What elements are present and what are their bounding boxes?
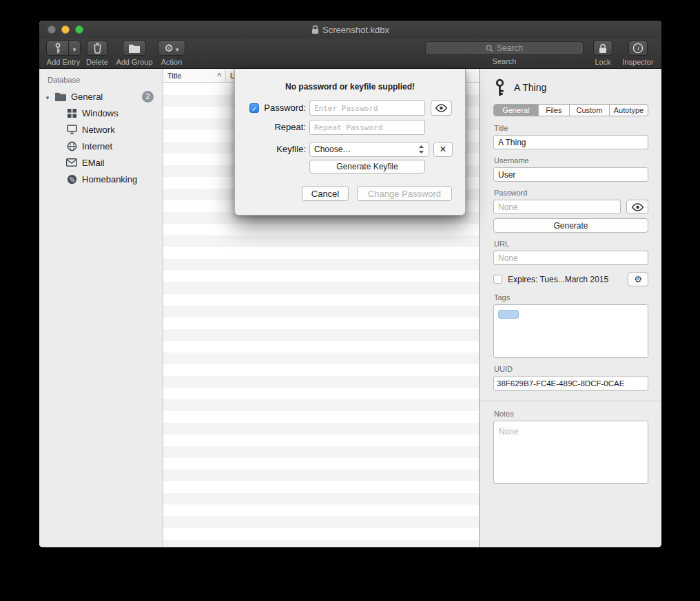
add-group-button[interactable] [123,41,146,56]
add-group-group: Add Group [114,41,155,66]
clear-keyfile-button[interactable] [433,142,453,157]
sidebar-item-label: Windows [82,108,119,118]
document-lock-icon [311,25,319,34]
username-field-label: Username [494,156,648,165]
close-button[interactable] [48,25,56,34]
sidebar-item-general[interactable]: General 2 [39,88,163,105]
notes-field[interactable]: None [493,421,648,484]
title-field[interactable] [493,135,648,149]
url-field[interactable] [493,251,648,265]
notes-placeholder: None [499,427,519,436]
sidebar: Database General 2 Windows Network [39,69,163,547]
inspector-group: i Inspector [617,41,659,66]
sidebar-item-label: Network [82,125,115,135]
entry-count-badge: 2 [142,91,154,103]
checkmark-icon [251,102,257,114]
search-label: Search [493,57,517,65]
action-label: Action [161,58,183,66]
sidebar-item-network[interactable]: Network [39,121,163,138]
lock-label: Lock [595,58,610,66]
gear-icon [165,42,174,54]
add-entry-group: Add Entry [43,41,83,66]
titlebar: Screenshot.kdbx [39,21,661,39]
column-header-title[interactable]: Title [163,69,226,82]
password-field[interactable] [493,200,621,214]
app-window: Screenshot.kdbx Add Entry Delete [39,21,661,547]
keyfile-popup-value: Choose… [314,145,351,154]
zoom-button[interactable] [75,25,83,34]
chevron-down-icon [73,42,76,54]
divider [480,401,661,401]
search-input[interactable]: Search [425,41,584,55]
key-icon [47,41,68,55]
window-title: Screenshot.kdbx [322,25,389,35]
svg-text:i: i [637,45,640,52]
close-x-icon [440,144,446,155]
entry-title: A Thing [514,82,546,93]
password-input[interactable] [309,101,425,116]
svg-text:%: % [69,176,74,182]
info-icon: i [632,43,644,54]
chevron-down-icon [176,42,179,54]
sidebar-section-header: Database [39,74,163,88]
search-group: Search Search [424,41,585,65]
repeat-label: Repeat: [260,120,306,135]
disclosure-triangle-icon[interactable] [45,92,54,102]
uuid-field[interactable] [493,376,648,391]
expires-settings-button[interactable] [628,272,648,286]
inspector-button[interactable]: i [628,41,648,56]
sidebar-item-internet[interactable]: Internet [39,138,163,154]
change-password-button[interactable]: Change Password [357,186,452,201]
notes-label: Notes [494,410,648,418]
folder-icon [54,91,67,103]
tag-chip[interactable] [498,310,519,319]
tab-custom[interactable]: Custom [569,105,609,116]
padlock-icon [599,43,607,54]
generate-password-button[interactable]: Generate [493,218,648,233]
sidebar-item-email[interactable]: EMail [39,154,163,171]
email-icon [65,157,78,169]
add-entry-button[interactable] [46,41,81,56]
reveal-password-button[interactable] [626,200,648,214]
network-icon [65,124,78,136]
repeat-password-input[interactable] [309,120,425,135]
password-row [493,200,648,214]
minimize-button[interactable] [61,25,70,34]
lock-button[interactable] [593,41,612,56]
add-entry-dropdown[interactable] [68,41,80,55]
sidebar-item-label: EMail [82,158,105,168]
password-checkbox[interactable] [249,103,259,113]
tab-general[interactable]: General [494,105,538,116]
username-field[interactable] [493,167,648,182]
expires-row: Expires: Tues...March 2015 [493,272,648,286]
generate-keyfile-button[interactable]: Generate Keyfile [309,160,425,173]
toolbar: Add Entry Delete Add Group [39,39,661,69]
sidebar-item-label: Internet [82,141,112,151]
delete-group: Delete [83,41,111,66]
lock-group: Lock [590,41,615,66]
delete-button[interactable] [87,41,107,56]
tab-autotype[interactable]: Autotype [609,105,648,116]
action-group: Action [158,41,185,66]
change-password-sheet: No password or keyfile supplied! Passwor… [234,69,466,215]
keyfile-label: Keyfile: [260,142,306,157]
reveal-password-button[interactable] [431,101,452,116]
tags-box[interactable] [493,304,648,358]
url-field-label: URL [494,240,648,248]
tab-files[interactable]: Files [538,105,569,116]
cancel-button[interactable]: Cancel [302,186,349,201]
expires-checkbox[interactable] [493,275,502,284]
expires-label: Expires: Tues...March 2015 [508,275,622,284]
traffic-lights [48,25,83,34]
globe-icon [65,140,78,152]
folder-icon [129,44,140,53]
action-button[interactable] [158,41,185,56]
sidebar-item-windows[interactable]: Windows [39,105,163,121]
keyfile-popup[interactable]: Choose… [309,142,429,157]
sidebar-item-label: Homebanking [82,174,137,184]
inspector-tabs: General Files Custom Autotype [493,104,648,116]
sort-ascending-icon [217,72,221,80]
sidebar-item-homebanking[interactable]: % Homebanking [39,171,163,187]
eye-icon [632,203,644,211]
window-title-area: Screenshot.kdbx [311,25,389,35]
